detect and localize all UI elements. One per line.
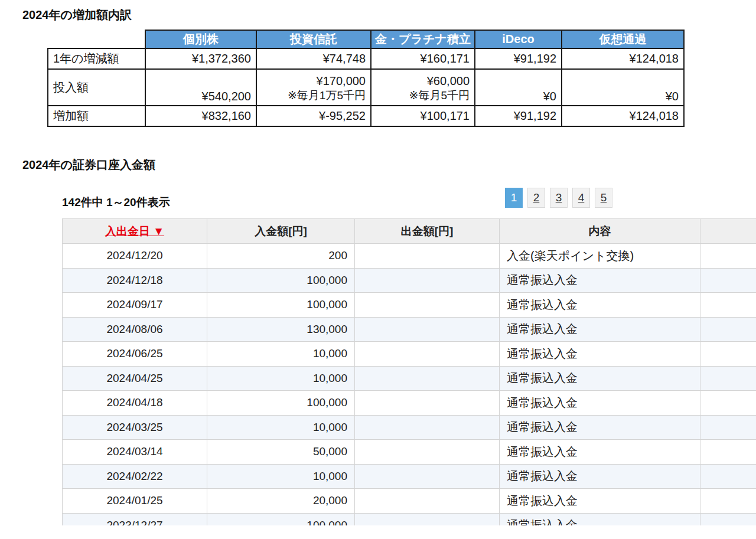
cell-description: 通常振込入金: [500, 317, 700, 342]
deposit-table-row: 2024/03/25 10,000 通常振込入金: [63, 415, 756, 440]
cell-deposit-amount: 100,000: [207, 293, 355, 318]
cell-extra: [700, 366, 756, 391]
cell-description: 通常振込入金: [500, 391, 700, 416]
cell-withdrawal-amount: [355, 366, 500, 391]
pagination-page-3[interactable]: 3: [550, 188, 568, 208]
cell-date: 2024/04/18: [63, 391, 207, 416]
cell-deposit-amount: 100,000: [207, 268, 355, 293]
header-extra: [700, 219, 756, 244]
cell-withdrawal-amount: [355, 268, 500, 293]
breakdown-col-individual-stocks: 個別株: [145, 30, 256, 48]
cell-extra: [700, 489, 756, 514]
breakdown-col-crypto: 仮想通過: [562, 30, 684, 48]
pagination-page-4[interactable]: 4: [572, 188, 590, 208]
deposit-table-body: 2024/12/20 200 入金(楽天ポイント交換) 2024/12/18 1…: [63, 244, 756, 526]
cell-description: 通常振込入金: [500, 342, 700, 367]
change-individual-stocks: ¥1,372,360: [145, 48, 256, 69]
cell-extra: [700, 342, 756, 367]
cell-withdrawal-amount: [355, 415, 500, 440]
header-withdrawal-amount: 出金額[円]: [355, 219, 500, 244]
cell-withdrawal-amount: [355, 391, 500, 416]
invested-crypto: ¥0: [562, 69, 684, 106]
pagination-page-2[interactable]: 2: [527, 188, 545, 208]
breakdown-section-title: 2024年の増加額内訳: [22, 7, 132, 23]
cell-description: 通常振込入金: [500, 293, 700, 318]
pagination-page-1[interactable]: 1: [505, 188, 523, 208]
cell-description: 入金(楽天ポイント交換): [500, 244, 700, 269]
cell-date: 2024/08/06: [63, 317, 207, 342]
cell-date: 2024/04/25: [63, 366, 207, 391]
cell-description: 通常振込入金: [500, 268, 700, 293]
invested-note: ※毎月5千円: [376, 88, 470, 103]
cell-description: 通常振込入金: [500, 513, 700, 525]
cell-description: 通常振込入金: [500, 464, 700, 489]
increase-individual-stocks: ¥832,160: [145, 106, 256, 126]
result-count-text: 142件中 1～20件表示: [62, 195, 170, 210]
cell-deposit-amount: 20,000: [207, 489, 355, 514]
change-mutual-funds: ¥74,748: [256, 48, 371, 69]
cell-deposit-amount: 130,000: [207, 317, 355, 342]
cell-extra: [700, 415, 756, 440]
invested-value: ¥60,000: [376, 74, 470, 88]
cell-deposit-amount: 10,000: [207, 464, 355, 489]
cell-date: 2023/12/27: [63, 513, 207, 525]
deposit-table-row: 2024/03/14 50,000 通常振込入金: [63, 440, 756, 465]
breakdown-col-mutual-funds: 投資信託: [256, 30, 371, 48]
deposit-table-row: 2024/04/25 10,000 通常振込入金: [63, 366, 756, 391]
breakdown-row-increase: 増加額 ¥832,160 ¥-95,252 ¥100,171 ¥91,192 ¥…: [48, 106, 684, 126]
cell-extra: [700, 464, 756, 489]
breakdown-col-gold-platinum: 金・プラチナ積立: [371, 30, 475, 48]
invested-value: ¥170,000: [262, 74, 366, 88]
cell-deposit-amount: 100,000: [207, 513, 355, 525]
cell-date: 2024/01/25: [63, 489, 207, 514]
header-description: 内容: [500, 219, 700, 244]
increase-ideco: ¥91,192: [475, 106, 562, 126]
cell-withdrawal-amount: [355, 317, 500, 342]
cell-date: 2024/09/17: [63, 293, 207, 318]
invested-value: ¥0: [567, 90, 679, 103]
increase-gold-platinum: ¥100,171: [371, 106, 475, 126]
cell-date: 2024/12/18: [63, 268, 207, 293]
deposit-header-row: 入出金日 ▼ 入金額[円] 出金額[円] 内容: [63, 219, 756, 244]
header-date-sort[interactable]: 入出金日 ▼: [63, 219, 207, 244]
deposit-table: 入出金日 ▼ 入金額[円] 出金額[円] 内容 2024/12/20 200 入…: [62, 218, 756, 525]
pagination-page-5[interactable]: 5: [595, 188, 612, 208]
invested-value: ¥540,200: [151, 90, 251, 103]
deposit-table-row: 2024/08/06 130,000 通常振込入金: [63, 317, 756, 342]
increase-crypto: ¥124,018: [562, 106, 684, 126]
breakdown-corner-cell: [48, 30, 145, 48]
cell-description: 通常振込入金: [500, 366, 700, 391]
cell-withdrawal-amount: [355, 513, 500, 525]
invested-note: ※毎月1万5千円: [262, 88, 366, 103]
change-gold-platinum: ¥160,171: [371, 48, 475, 69]
header-deposit-amount: 入金額[円]: [207, 219, 355, 244]
cell-date: 2024/03/25: [63, 415, 207, 440]
change-crypto: ¥124,018: [562, 48, 684, 69]
cell-withdrawal-amount: [355, 244, 500, 269]
change-ideco: ¥91,192: [475, 48, 562, 69]
cell-extra: [700, 293, 756, 318]
breakdown-row-yearly-change: 1年の増減額 ¥1,372,360 ¥74,748 ¥160,171 ¥91,1…: [48, 48, 684, 69]
cell-extra: [700, 513, 756, 525]
cell-description: 通常振込入金: [500, 415, 700, 440]
cell-withdrawal-amount: [355, 440, 500, 465]
deposit-table-row: 2024/04/18 100,000 通常振込入金: [63, 391, 756, 416]
cell-extra: [700, 244, 756, 269]
breakdown-row-invested: 投入額 ¥540,200 ¥170,000 ※毎月1万5千円 ¥60,000 ※…: [48, 69, 684, 106]
cell-date: 2024/06/25: [63, 342, 207, 367]
deposit-table-container: 入出金日 ▼ 入金額[円] 出金額[円] 内容 2024/12/20 200 入…: [62, 218, 756, 525]
cell-withdrawal-amount: [355, 293, 500, 318]
cell-extra: [700, 317, 756, 342]
cell-deposit-amount: 200: [207, 244, 355, 269]
cell-extra: [700, 391, 756, 416]
deposit-table-row: 2024/02/22 10,000 通常振込入金: [63, 464, 756, 489]
invested-mutual-funds: ¥170,000 ※毎月1万5千円: [256, 69, 371, 106]
deposits-section-title: 2024年の証券口座入金額: [22, 157, 155, 173]
deposit-table-row: 2024/06/25 10,000 通常振込入金: [63, 342, 756, 367]
invested-ideco: ¥0: [475, 69, 562, 106]
cell-extra: [700, 268, 756, 293]
invested-value: ¥0: [480, 90, 556, 103]
invested-individual-stocks: ¥540,200: [145, 69, 256, 106]
cell-date: 2024/03/14: [63, 440, 207, 465]
breakdown-col-ideco: iDeco: [475, 30, 562, 48]
